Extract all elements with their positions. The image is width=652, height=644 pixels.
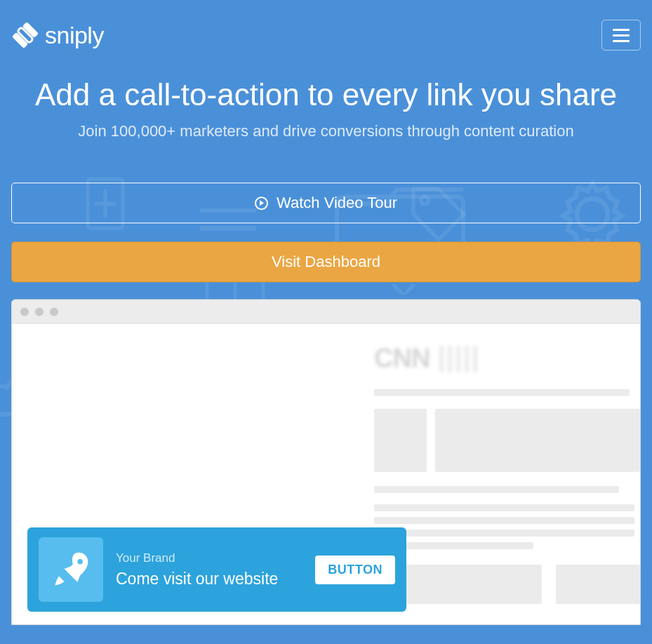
cta-avatar [39, 537, 103, 602]
hero-subtitle: Join 100,000+ marketers and drive conver… [11, 122, 641, 140]
hamburger-bar-icon [613, 29, 630, 31]
logo[interactable]: sniply [11, 21, 104, 49]
demo-browser: CNN [11, 299, 641, 625]
logo-text: sniply [45, 22, 104, 49]
cta-button-label: BUTTON [328, 563, 382, 577]
watch-video-label: Watch Video Tour [277, 194, 397, 212]
cta-buttons: Watch Video Tour Visit Dashboard [0, 140, 652, 282]
hamburger-bar-icon [613, 34, 630, 37]
demo-publisher-logo: CNN [374, 343, 640, 374]
cta-brand-label: Your Brand [116, 551, 302, 565]
hamburger-bar-icon [613, 40, 630, 42]
cta-button[interactable]: BUTTON [315, 556, 395, 584]
visit-dashboard-label: Visit Dashboard [272, 253, 380, 271]
cta-message: Come visit our website [116, 570, 302, 589]
placeholder-line [374, 517, 634, 524]
demo-wrapper: CNN [0, 282, 652, 625]
rocket-icon [50, 548, 92, 591]
demo-publisher-text: CNN [374, 343, 430, 374]
demo-body: CNN [12, 324, 640, 624]
placeholder-box [435, 409, 640, 472]
cta-banner: Your Brand Come visit our website BUTTON [27, 527, 406, 612]
navbar: sniply [0, 0, 652, 70]
window-dot-icon [35, 308, 44, 316]
window-dot-icon [20, 308, 29, 316]
window-dot-icon [50, 308, 58, 316]
browser-chrome [12, 300, 640, 324]
placeholder-box [556, 565, 640, 604]
visit-dashboard-button[interactable]: Visit Dashboard [11, 242, 641, 282]
hero-title: Add a call-to-action to every link you s… [11, 77, 641, 112]
watch-video-button[interactable]: Watch Video Tour [11, 183, 641, 223]
demo-right-column: CNN [374, 343, 640, 624]
demo-publisher-bars-icon [439, 346, 477, 372]
placeholder-line [374, 389, 630, 396]
play-icon [255, 197, 268, 210]
cta-text: Your Brand Come visit our website [116, 551, 302, 589]
logo-icon [11, 21, 39, 49]
placeholder-line [374, 504, 634, 511]
placeholder-line [374, 486, 619, 493]
placeholder-box [374, 409, 427, 472]
hero: Add a call-to-action to every link you s… [0, 70, 652, 140]
menu-toggle-button[interactable] [601, 20, 641, 51]
placeholder-line [374, 530, 634, 537]
